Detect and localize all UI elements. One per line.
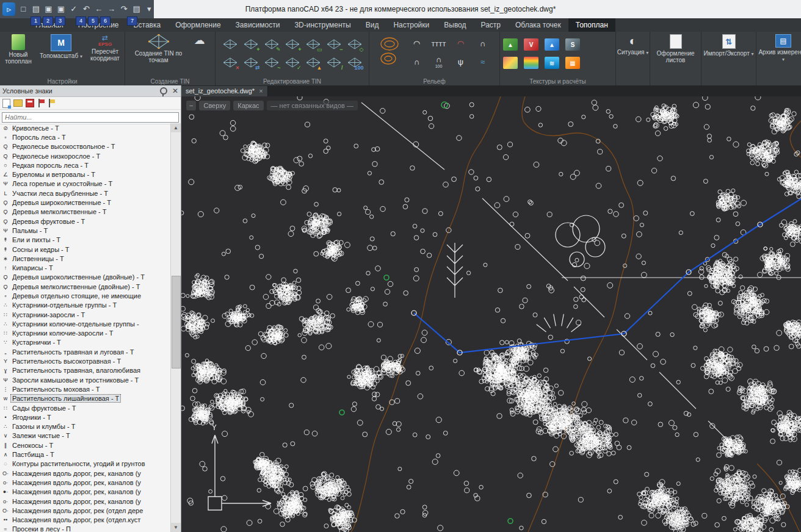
legend-item[interactable]: ϘДеревья широколиственные (двойные) - Т xyxy=(0,273,172,282)
viewport-collapse-button[interactable]: − xyxy=(186,101,196,110)
legend-item[interactable]: ∷Кустарники-заросли - Т xyxy=(0,310,172,319)
tin-rebuild-icon[interactable] xyxy=(220,35,241,53)
grid-table-icon[interactable]: ▦ xyxy=(565,57,580,69)
legend-item[interactable]: ∷Кустарники колючие-заросли - Т xyxy=(0,329,172,338)
legend-item[interactable]: ∗Лиственницы - Т xyxy=(0,254,172,263)
legend-item[interactable]: ↑Кипарисы - Т xyxy=(0,263,172,272)
open-file-icon[interactable]: ▤ xyxy=(31,2,41,16)
hatch-ticks-icon[interactable]: тттт xyxy=(430,35,448,51)
legend-item[interactable]: „Растительность травяная и луговая - Т xyxy=(0,347,172,356)
tin-add-edge-icon[interactable]: + xyxy=(282,35,303,53)
legend-item[interactable]: ∠Буреломы и ветровалы - Т xyxy=(0,170,172,179)
legend-item[interactable]: ΨЗаросли камышовые и тростниковые - Т xyxy=(0,375,172,384)
new-file-icon[interactable]: □ xyxy=(18,2,28,16)
legend-scrollbar[interactable]: ▲ ▼ xyxy=(170,123,181,532)
tab-Оформление[interactable]: Оформление xyxy=(168,18,228,32)
tin-edit-point-icon[interactable]: ✎ xyxy=(261,35,282,53)
tab-3D-инструменты[interactable]: 3D-инструменты xyxy=(287,18,358,32)
redo-icon[interactable]: ↷ xyxy=(119,2,129,16)
legend-item[interactable]: ◌Контуры растительности, угодий и грунто… xyxy=(0,459,172,469)
import-export-button[interactable]: ⇅ Импорт/Экспорт ▾ xyxy=(703,34,755,57)
legend-item[interactable]: ↟Ели и пихты - Т xyxy=(0,235,172,245)
legend-item[interactable]: ∧Пастбища - Т xyxy=(0,450,172,459)
back-icon[interactable]: ← xyxy=(94,2,104,16)
legend-item[interactable]: =Просеки в лесу - П xyxy=(0,525,172,532)
legend-item[interactable]: ϘДеревья мелколиственные - Т xyxy=(0,207,172,217)
legend-item[interactable]: ∘Поросль леса - Т xyxy=(0,132,172,142)
legend-item[interactable]: ɣРастительность травяная, влаголюбивая xyxy=(0,366,172,375)
tab-Топоплан[interactable]: Топоплан xyxy=(568,18,615,32)
forward-icon[interactable]: → xyxy=(107,2,117,16)
nanocad-logo-icon[interactable]: ▹ xyxy=(2,2,15,16)
tab-Растр[interactable]: Растр xyxy=(474,18,508,32)
tab-Зависимости[interactable]: Зависимости xyxy=(228,18,288,32)
slope-rays-icon[interactable]: ψ xyxy=(452,54,470,70)
legend-item[interactable]: ϘДеревья фруктовые - Т xyxy=(0,217,172,226)
tooth-100-icon[interactable]: ∩100 xyxy=(430,54,448,70)
recalc-coordinates-button[interactable]: ⇄ EPSG Пересчёт координат xyxy=(86,34,124,65)
tab-Вывод[interactable]: Вывод xyxy=(437,18,473,32)
rainbow-arc-icon[interactable]: ◠ xyxy=(452,35,470,51)
tab-Вид[interactable]: Вид xyxy=(358,18,386,32)
tin-100-icon[interactable]: 100 xyxy=(344,53,365,71)
tin-add-point-icon[interactable]: + xyxy=(241,35,261,53)
legend-item[interactable]: ∘Деревья отдельно стоящие, не имеющие xyxy=(0,291,172,300)
tin-flip-edge-icon[interactable]: ⇄ xyxy=(241,53,261,71)
section-icon[interactable]: S xyxy=(565,38,580,51)
legend-item[interactable]: ∵Кустарнички - Т xyxy=(0,338,172,347)
scroll-up-icon[interactable]: ▲ xyxy=(171,123,181,132)
close-panel-icon[interactable]: ✕ xyxy=(172,87,178,95)
tin-fire-icon[interactable]: ▲ xyxy=(303,53,324,71)
tin-hole-icon[interactable]: − xyxy=(324,35,344,53)
red-flag-icon[interactable] xyxy=(37,99,45,107)
legend-item[interactable]: ΨЛеса горелые и сухостойные - Т xyxy=(0,179,172,189)
tin-boundary-icon[interactable]: ▭ xyxy=(303,35,324,53)
check-icon[interactable]: ✓ xyxy=(69,2,79,16)
drawing-area[interactable]: − Сверху Каркас — нет связанных видов — xyxy=(181,96,801,532)
legend-item[interactable]: QРедколесье низкорослое - Т xyxy=(0,151,172,160)
viewport-visual-style-button[interactable]: Каркас xyxy=(233,101,263,110)
legend-item[interactable]: ••Насаждения вдоль дорог, рек (отдел.кус… xyxy=(0,515,172,524)
legend-item[interactable]: ●·Насаждения вдоль дорог, рек, каналов (… xyxy=(0,487,172,497)
waves-icon[interactable]: ≈ xyxy=(474,54,492,70)
volumes-icon[interactable]: V xyxy=(524,38,538,51)
tab-Облака точек[interactable]: Облака точек xyxy=(508,18,568,32)
legend-item[interactable]: ○Редкая поросль леса - Т xyxy=(0,160,172,170)
sheet-layout-button[interactable]: Оформление листов xyxy=(652,34,700,63)
surface-colored-icon[interactable] xyxy=(503,57,518,69)
legend-item[interactable]: YРастительность высокотравная - Т xyxy=(0,356,172,365)
drawing-canvas[interactable] xyxy=(181,96,801,532)
tin-delete-point-icon[interactable]: × xyxy=(220,53,241,71)
scrollbar-thumb[interactable] xyxy=(172,276,181,368)
legend-item[interactable]: ϘДеревья широколиственные - Т xyxy=(0,198,172,207)
legend-item[interactable]: ∴Газоны и клумбы - Т xyxy=(0,422,172,431)
new-topoplan-button[interactable]: Новый топоплан xyxy=(1,34,36,65)
legend-item[interactable]: o·Насаждения вдоль дорог, рек, каналов (… xyxy=(0,497,172,506)
situation-button[interactable]: ◐ Ситуация ▾ xyxy=(617,34,649,56)
yellow-flag-icon[interactable] xyxy=(48,99,55,107)
legend-item[interactable]: ∨Залежи чистые - Т xyxy=(0,431,172,440)
tooth-2-icon[interactable]: ∩ xyxy=(408,54,426,70)
pin-icon[interactable] xyxy=(160,87,167,95)
legend-item[interactable]: wРастительность лишайниковая - Т xyxy=(0,394,172,403)
legend-item[interactable]: O·Насаждения вдоль дорог, рек, каналов (… xyxy=(0,469,172,478)
tin-merge-icon[interactable]: ◇ xyxy=(344,35,365,53)
save-all-icon[interactable]: ▣ xyxy=(56,2,66,16)
tin-from-cloud-button[interactable]: ☁ xyxy=(189,34,210,63)
legend-item[interactable]: LУчастки леса вырубленные - Т xyxy=(0,189,172,198)
legend-item[interactable]: ∴Кустарники колючие-отдельные группы - xyxy=(0,319,172,328)
legend-item[interactable]: ⋮Растительность моховая - Т xyxy=(0,384,172,394)
legend-item[interactable]: ↟Сосны и кедры - Т xyxy=(0,245,172,254)
tab-Настройки[interactable]: Настройки xyxy=(386,18,437,32)
relief-curve-icon[interactable]: ◠ xyxy=(408,35,426,51)
legend-item[interactable]: ⊘Криволесье - Т xyxy=(0,123,172,132)
open-classifier-icon[interactable] xyxy=(13,99,23,107)
classifier-icon[interactable] xyxy=(26,99,34,107)
surface-up-icon[interactable]: ▲ xyxy=(503,38,518,51)
legend-item[interactable]: ϘДеревья мелколиственные (двойные) - Т xyxy=(0,282,172,291)
legend-item[interactable]: •Ягодники - Т xyxy=(0,412,172,422)
legend-item[interactable]: QРедколесье высокоствольное - Т xyxy=(0,142,172,151)
create-tin-by-points-button[interactable]: Создание TIN по точкам xyxy=(131,34,187,63)
toposcale-button[interactable]: M Топомасштаб ▾ xyxy=(38,34,84,65)
mountains-icon[interactable]: ▲ xyxy=(545,38,559,51)
